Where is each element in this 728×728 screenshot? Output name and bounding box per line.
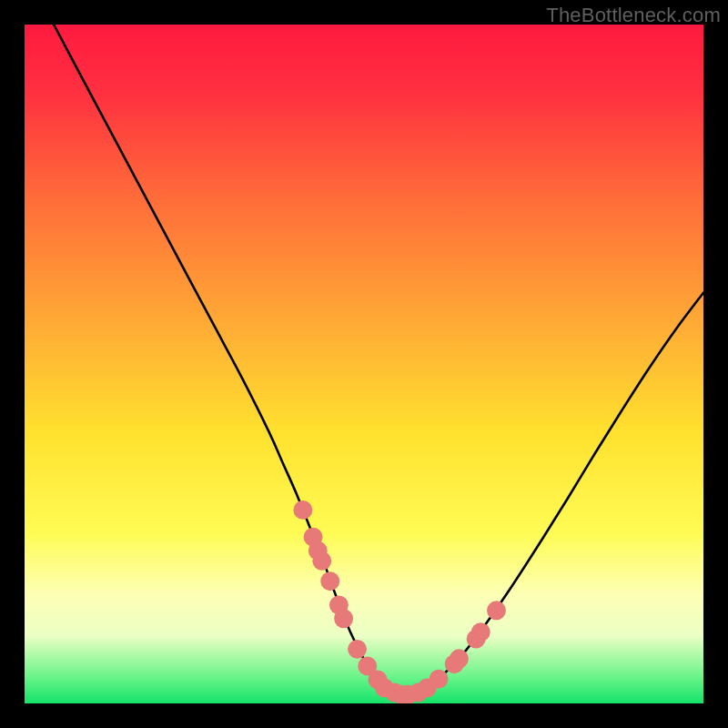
watermark-text: TheBottleneck.com xyxy=(546,4,721,27)
marker-dot xyxy=(320,571,339,591)
marker-dot xyxy=(471,622,490,642)
plot-area xyxy=(25,25,703,703)
chart-svg xyxy=(25,25,703,703)
marker-dot xyxy=(430,670,449,689)
marker-dot xyxy=(334,609,353,628)
marker-dot xyxy=(293,500,312,520)
marker-dot xyxy=(312,551,331,571)
outer-frame: TheBottleneck.com xyxy=(0,0,728,728)
marker-dot xyxy=(487,601,506,620)
marker-dot xyxy=(348,640,367,659)
marker-dot xyxy=(450,649,469,668)
gradient-background xyxy=(25,25,703,703)
